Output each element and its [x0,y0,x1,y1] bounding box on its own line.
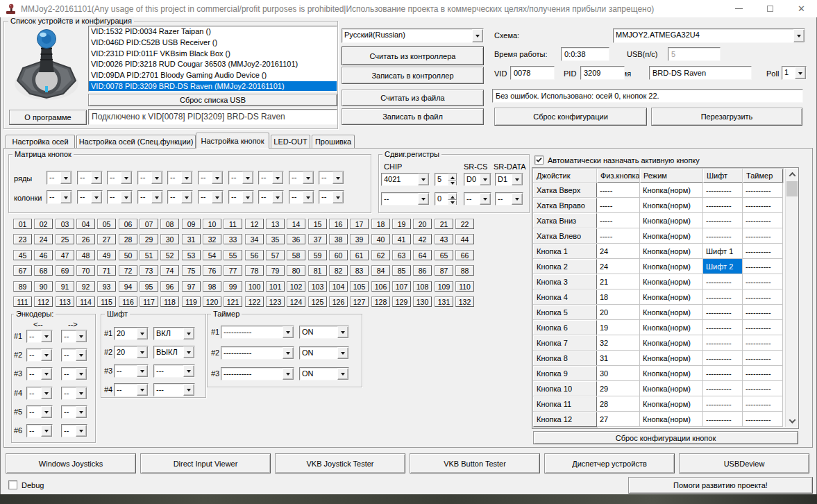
matrix-button-17[interactable]: 17 [350,219,369,229]
table-row-header[interactable]: Хатка Вправо [533,198,597,213]
reset-buttons-config-button[interactable]: Сброс конфигурации кнопок [533,431,798,444]
matrix-button-81[interactable]: 81 [308,265,327,276]
dropdown-arrow-icon[interactable] [272,171,283,184]
matrix-button-08[interactable]: 08 [160,219,179,229]
matrix-button-79[interactable]: 79 [266,265,285,276]
table-cell[interactable]: ---------- [743,381,783,396]
matrix-button-55[interactable]: 55 [224,250,242,260]
minimize-button[interactable] [723,0,755,17]
table-cell[interactable]: ----- [597,198,640,213]
matrix-button-47[interactable]: 47 [56,250,74,260]
spinner-down-button[interactable] [448,180,457,186]
table-cell[interactable]: ---------- [703,305,743,320]
dropdown-arrow-icon[interactable] [337,347,348,359]
matrix-button-86[interactable]: 86 [413,265,432,276]
encoder-right-combo[interactable]: -- [61,424,87,437]
table-cell[interactable]: 29 [597,381,640,396]
dropdown-arrow-icon[interactable] [151,171,162,184]
dropdown-arrow-icon[interactable] [303,191,314,203]
dropdown-arrow-icon[interactable] [212,171,223,184]
matrix-row-combo[interactable]: -- [228,171,254,185]
matrix-row-combo[interactable]: -- [137,171,163,185]
spinner-up-button[interactable] [448,193,457,200]
matrix-button-65[interactable]: 65 [435,250,453,260]
table-cell[interactable]: Кнопка(норм) [640,289,703,305]
matrix-button-66[interactable]: 66 [455,250,474,260]
matrix-button-129[interactable]: 129 [392,296,411,307]
table-cell[interactable]: ---------- [703,412,743,427]
scroll-up-button[interactable] [786,169,798,180]
table-cell[interactable]: ---------- [743,320,783,335]
matrix-button-21[interactable]: 21 [435,219,453,229]
matrix-column-combo[interactable]: -- [198,190,224,204]
sr-cs-combo[interactable]: -- [464,192,491,205]
dropdown-arrow-icon[interactable] [283,326,294,338]
matrix-button-52[interactable]: 52 [160,250,179,260]
matrix-button-89[interactable]: 89 [13,281,32,292]
close-button[interactable]: ✕ [786,0,817,17]
dropdown-arrow-icon[interactable] [795,67,806,79]
dropdown-arrow-icon[interactable] [76,425,87,437]
matrix-button-110[interactable]: 110 [455,281,474,292]
matrix-button-61[interactable]: 61 [350,250,369,260]
matrix-button-20[interactable]: 20 [413,219,432,229]
reset-config-button[interactable]: Сброс конфигурации [494,108,647,126]
device-list-item[interactable]: VID:1532 PID:0034 Razer Taipan () [89,26,337,37]
usb-name-field[interactable]: BRD-DS Raven [649,66,752,80]
table-cell[interactable]: Шифт 2 [703,259,743,274]
matrix-button-26[interactable]: 26 [76,234,95,244]
shift-button-combo[interactable]: 20 [114,327,149,340]
table-row-header[interactable]: Кнопка 6 [533,320,597,335]
table-scrollbar[interactable] [785,169,798,427]
tool-button-6[interactable]: USBDeview [679,453,809,473]
language-combo[interactable]: Русский(Russian) [342,28,484,43]
matrix-button-13[interactable]: 13 [266,219,285,229]
matrix-button-34[interactable]: 34 [245,234,264,244]
dropdown-arrow-icon[interactable] [183,365,194,377]
matrix-button-67[interactable]: 67 [13,265,32,276]
matrix-button-115[interactable]: 115 [97,296,116,307]
matrix-button-57[interactable]: 57 [266,250,285,260]
uptime-field[interactable]: 0:0:38 [561,47,609,61]
matrix-button-76[interactable]: 76 [203,265,221,276]
matrix-button-73[interactable]: 73 [140,265,158,276]
matrix-button-56[interactable]: 56 [245,250,264,260]
dropdown-arrow-icon[interactable] [181,191,192,203]
table-cell[interactable]: ---------- [703,366,743,381]
device-list-item[interactable]: VID:231D PID:011F VKBsim Black Box () [89,49,337,60]
device-list-item[interactable]: VID:0078 PID:3209 BRD-DS Raven (MMJoy2-2… [89,81,337,92]
matrix-button-32[interactable]: 32 [203,234,221,244]
matrix-button-62[interactable]: 62 [371,250,390,260]
matrix-row-combo[interactable]: -- [319,171,344,185]
matrix-button-123[interactable]: 123 [266,296,285,307]
matrix-button-63[interactable]: 63 [392,250,411,260]
table-cell[interactable]: 21 [597,274,640,289]
matrix-button-90[interactable]: 90 [34,281,53,292]
table-cell[interactable]: ---------- [703,213,743,228]
matrix-column-combo[interactable]: -- [319,190,344,204]
dropdown-arrow-icon[interactable] [418,174,429,185]
table-cell[interactable]: 19 [597,320,640,335]
matrix-button-44[interactable]: 44 [455,234,474,244]
matrix-button-83[interactable]: 83 [350,265,369,276]
reboot-button[interactable]: Перезагрузить [651,108,802,126]
device-list-item[interactable]: VID:0026 PID:3218 RUD Cougar 36503 (MMJo… [89,59,337,70]
matrix-column-combo[interactable]: -- [107,190,133,204]
tool-button-5[interactable]: Диспетчер устройств [544,453,675,473]
table-cell[interactable]: ---------- [703,228,743,244]
matrix-button-43[interactable]: 43 [435,234,453,244]
table-cell[interactable]: 27 [597,412,640,427]
table-cell[interactable]: ---------- [743,183,783,198]
sr-chip-combo[interactable]: 4021 [381,173,430,186]
table-cell[interactable]: 32 [597,335,640,351]
table-cell[interactable]: ---------- [743,396,783,412]
table-cell[interactable]: ----- [597,228,640,244]
matrix-button-29[interactable]: 29 [140,234,158,244]
table-row-header[interactable]: Хатка Вверх [533,183,597,198]
dropdown-arrow-icon[interactable] [41,406,52,418]
encoder-left-combo[interactable]: -- [26,367,53,380]
dropdown-arrow-icon[interactable] [512,193,523,205]
scheme-combo[interactable]: MMJOY2.ATMEGA32U4 [613,28,805,43]
matrix-button-53[interactable]: 53 [182,250,201,260]
dropdown-arrow-icon[interactable] [91,171,102,184]
